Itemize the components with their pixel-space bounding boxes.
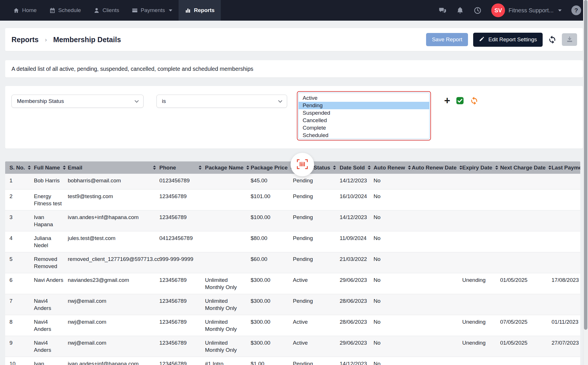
cell-expiry-date — [462, 231, 500, 252]
app-window: HomeScheduleClientsPaymentsReports SV Fi… — [0, 0, 588, 365]
filter-operator-select[interactable]: is — [156, 95, 287, 108]
cell-phone: 0123456789 — [159, 174, 205, 189]
table-row: 9Navi4 Andersnwj@email.com123456789Unlim… — [5, 336, 580, 357]
column-header-package-price[interactable]: Package Price — [251, 165, 293, 171]
cell-expiry-date — [462, 357, 500, 365]
nav-item-label: Reports — [194, 7, 214, 13]
column-label: Auto Renew — [374, 165, 405, 171]
sort-icon — [495, 165, 498, 170]
cell-auto-renew-date — [412, 210, 462, 231]
cell-last-payment: 27/07/2023 — [552, 336, 580, 357]
column-header-auto-renew[interactable]: Auto Renew — [374, 165, 412, 171]
filter-field-select[interactable]: Membership Status — [11, 95, 144, 108]
cell-phone: 999-999-9999 — [159, 252, 205, 273]
nav-item-schedule[interactable]: Schedule — [43, 0, 87, 21]
help-button[interactable]: ? — [571, 5, 581, 15]
cell-status: Pending — [293, 210, 340, 231]
cell-full-name: Ivan Hapana — [34, 357, 68, 365]
column-header-s-no-[interactable]: S. No. — [9, 165, 34, 171]
download-icon — [566, 36, 573, 44]
nav-item-reports[interactable]: Reports — [179, 0, 221, 21]
column-header-package-name[interactable]: Package Name — [205, 165, 251, 171]
column-label: Package Name — [205, 165, 243, 171]
status-option-active[interactable]: Active — [299, 94, 429, 102]
refresh-report-icon[interactable] — [548, 35, 557, 44]
cell-phone: 04123456789 — [159, 231, 205, 252]
cell-phone: 123456789 — [159, 190, 205, 210]
cell-next-charge-date — [500, 357, 552, 365]
apply-filter-icon[interactable] — [456, 96, 464, 105]
breadcrumb-reports[interactable]: Reports — [11, 36, 38, 44]
cell-status: Pending — [293, 231, 340, 252]
cell-full-name: Energy Fitness test — [34, 190, 68, 210]
column-header-next-charge-date[interactable]: Next Charge Date — [500, 165, 552, 171]
scrollbar-thumb[interactable] — [584, 0, 587, 330]
cell-email: nwj@email.com — [68, 336, 159, 357]
save-report-button[interactable]: Save Report — [426, 33, 468, 46]
nav-item-clients[interactable]: Clients — [87, 0, 125, 21]
report-description-card: A detailed list of all active, pending, … — [5, 60, 583, 77]
cell-auto-renew: No — [374, 315, 412, 336]
cell-full-name: Navi Anders — [34, 273, 68, 294]
nav-item-home[interactable]: Home — [7, 0, 43, 21]
sort-icon — [28, 165, 31, 170]
account-menu[interactable]: SV Fitness Support... — [491, 3, 562, 17]
status-option-pending[interactable]: Pending — [299, 102, 429, 109]
cell-email: removed_client_1277169@597713.com — [68, 252, 159, 273]
cell-date-sold: 29/06/2023 — [340, 336, 374, 357]
avatar[interactable]: SV — [491, 3, 505, 17]
status-multiselect[interactable]: ActivePendingSuspendedCancelledCompleteS… — [297, 91, 431, 140]
table-row: 1Bob Harrisbobharris@email.com0123456789… — [5, 174, 580, 190]
cell-next-charge-date — [500, 210, 552, 231]
bell-icon[interactable] — [456, 7, 464, 14]
nav-item-payments[interactable]: Payments — [125, 0, 179, 21]
cell-last-payment — [552, 174, 580, 189]
cell-phone: 123456789 — [159, 357, 205, 365]
cell-next-charge-date — [500, 231, 552, 252]
status-option-suspended[interactable]: Suspended — [299, 109, 429, 117]
report-description: A detailed list of all active, pending, … — [11, 66, 253, 72]
sort-icon — [408, 165, 411, 170]
cell-auto-renew-date — [412, 336, 462, 357]
cell-email: ivan.andes+inf@hapana.com — [68, 210, 159, 231]
loading-spinner — [291, 153, 314, 176]
column-header-full-name[interactable]: Full Name — [34, 165, 68, 171]
status-option-cancelled[interactable]: Cancelled — [299, 117, 429, 124]
cell-email: jules.test@test.com — [68, 231, 159, 252]
cell-auto-renew: No — [374, 210, 412, 231]
add-filter-icon[interactable]: + — [444, 95, 450, 106]
cell-expiry-date: Unending — [462, 273, 500, 294]
status-option-complete[interactable]: Complete — [299, 124, 429, 132]
cell-package-price: $300.00 — [251, 315, 293, 336]
download-button[interactable] — [562, 33, 577, 46]
page-header: Reports › Membership Details Save Report… — [5, 28, 583, 51]
column-label: Phone — [159, 165, 176, 171]
cell-auto-renew-date — [412, 190, 462, 210]
clock-icon[interactable] — [474, 7, 481, 14]
cell-next-charge-date: 07/05/2025 — [500, 315, 552, 336]
filter-action-icons: + — [444, 95, 479, 106]
chat-icon[interactable] — [439, 7, 446, 14]
column-header-email[interactable]: Email — [68, 165, 159, 171]
column-header-date-sold[interactable]: Date Sold — [340, 165, 374, 171]
table-row: 10Ivan Hapanaivan.andes+inf@hapana.com12… — [5, 357, 580, 365]
cell-package-price: $45.00 — [251, 174, 293, 189]
column-header-last-payment[interactable]: Last Payment — [552, 165, 580, 171]
column-header-auto-renew-date[interactable]: Auto Renew Date — [412, 165, 462, 171]
column-header-phone[interactable]: Phone — [159, 165, 205, 171]
edit-report-settings-button[interactable]: Edit Report Settings — [473, 33, 543, 47]
column-header-expiry-date[interactable]: Expiry Date — [462, 165, 500, 171]
status-option-scheduled[interactable]: Scheduled — [299, 132, 429, 139]
column-label: Expiry Date — [462, 165, 492, 171]
nav-item-label: Payments — [141, 7, 165, 13]
cell-s-no-: 4 — [9, 231, 34, 252]
sort-icon — [153, 165, 156, 170]
reset-filter-icon[interactable] — [470, 96, 479, 105]
edit-report-settings-label: Edit Report Settings — [488, 36, 537, 43]
table-row: 2Energy Fitness testtest9@testing.com123… — [5, 190, 580, 210]
cell-expiry-date: Unending — [462, 336, 500, 357]
cell-full-name: Bob Harris — [34, 174, 68, 189]
cell-s-no-: 6 — [9, 273, 34, 294]
cell-package-name — [205, 174, 251, 189]
credit-card-icon — [132, 7, 138, 13]
